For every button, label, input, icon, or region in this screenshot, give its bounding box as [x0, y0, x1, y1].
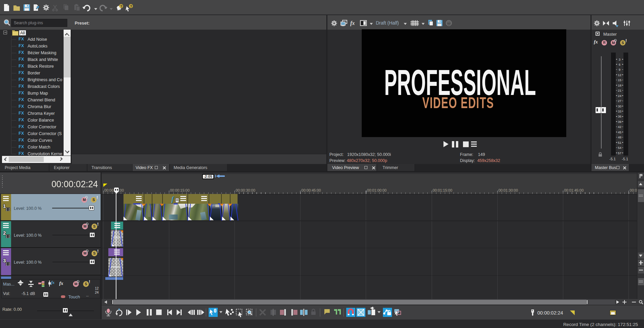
svg-text:360: 360	[447, 21, 451, 23]
svg-text:?: ?	[130, 4, 132, 8]
svg-text:?: ?	[120, 4, 122, 8]
svg-text:fx: fx	[350, 20, 355, 26]
